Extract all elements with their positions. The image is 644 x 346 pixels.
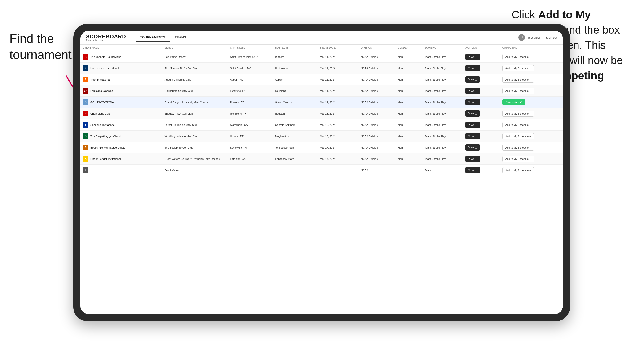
user-name: Test User — [528, 36, 540, 39]
logo-sub: Powered by clippd — [86, 39, 126, 41]
event-name-wrapper: G GCU INVITATIONAL — [83, 99, 160, 105]
city-cell: Urbana, MD — [228, 131, 273, 142]
add-to-schedule-button[interactable]: Add to My Schedule + — [502, 65, 534, 71]
view-button[interactable]: View ⓘ — [466, 54, 480, 60]
venue-cell: Forest Heights Country Club — [162, 119, 228, 131]
view-button[interactable]: View ⓘ — [466, 122, 480, 128]
add-to-schedule-button[interactable]: Add to My Schedule + — [502, 122, 534, 128]
view-button[interactable]: View ⓘ — [466, 65, 480, 71]
event-name-wrapper: H Champions Cup — [83, 111, 160, 116]
city-cell: Saint Simons Island, GA — [228, 51, 273, 63]
event-name-cell: ? — [80, 165, 162, 176]
event-name-cell: S Schenkel Invitational — [80, 119, 162, 131]
city-cell: Richmond, TX — [228, 108, 273, 119]
competing-cell: Add to My Schedule + — [500, 74, 563, 85]
add-to-schedule-button[interactable]: Add to My Schedule + — [502, 77, 534, 83]
logo-main: SCOREBOARD — [86, 34, 126, 39]
hosted-by-cell — [273, 165, 318, 176]
gender-cell: Men — [395, 108, 422, 119]
division-cell: NCAA Division I — [358, 119, 396, 131]
venue-cell: Brook Valley — [162, 165, 228, 176]
event-name-text: The Carpetbagger Classic — [90, 135, 122, 138]
event-name-wrapper: B The Carpetbagger Classic — [83, 134, 160, 139]
table-row: L Lindenwood Invitational The Missouri B… — [80, 63, 563, 74]
tab-teams[interactable]: TEAMS — [170, 33, 191, 42]
scoring-cell: Team, Stroke Play — [422, 142, 463, 153]
hosted-by-cell: Rutgers — [273, 51, 318, 63]
start-date-cell: Mar 11, 2024 — [318, 63, 358, 74]
view-button[interactable]: View ⓘ — [466, 110, 480, 117]
scoring-cell: Team, Stroke Play — [422, 51, 463, 63]
col-header-event: EVENT NAME — [80, 45, 162, 51]
team-logo: R — [83, 54, 88, 60]
team-logo: B — [83, 134, 88, 139]
add-to-schedule-button[interactable]: Add to My Schedule + — [502, 167, 534, 173]
team-logo: LA — [83, 88, 88, 94]
competing-cell: Add to My Schedule + — [500, 63, 563, 74]
event-name-wrapper: LA Louisiana Classics — [83, 88, 160, 94]
actions-cell: View ⓘ — [463, 119, 500, 131]
add-to-schedule-button[interactable]: Add to My Schedule + — [502, 88, 534, 94]
view-button[interactable]: View ⓘ — [466, 88, 480, 94]
add-to-schedule-button[interactable]: Add to My Schedule + — [502, 133, 534, 139]
team-logo: ? — [83, 168, 88, 173]
team-logo: T — [83, 77, 88, 82]
view-button[interactable]: View ⓘ — [466, 99, 480, 105]
event-name-cell: H Champions Cup — [80, 108, 162, 119]
event-name-text: GCU INVITATIONAL — [90, 101, 116, 104]
start-date-cell — [318, 165, 358, 176]
gender-cell: Men — [395, 119, 422, 131]
event-name-cell: G GCU INVITATIONAL — [80, 97, 162, 108]
table-row: R The Johnnie - O Individual Sea Palms R… — [80, 51, 563, 63]
col-header-venue: VENUE — [162, 45, 228, 51]
sign-out-link[interactable]: Sign out — [546, 36, 557, 39]
view-button[interactable]: View ⓘ — [466, 167, 480, 173]
col-header-division: DIVISION — [358, 45, 396, 51]
actions-cell: View ⓘ — [463, 74, 500, 85]
gender-cell: Men — [395, 51, 422, 63]
nav-tabs: TOURNAMENTS TEAMS — [136, 33, 191, 42]
gender-cell: Men — [395, 85, 422, 97]
city-cell: Sevierville, TN — [228, 142, 273, 153]
tablet-screen: SCOREBOARD Powered by clippd TOURNAMENTS… — [80, 31, 563, 314]
col-header-scoring: SCORING — [422, 45, 463, 51]
add-to-schedule-button[interactable]: Add to My Schedule + — [502, 156, 534, 162]
table-row: S Schenkel Invitational Forest Heights C… — [80, 119, 563, 131]
event-name-wrapper: L Lindenwood Invitational — [83, 65, 160, 71]
start-date-cell: Mar 17, 2024 — [318, 142, 358, 153]
col-header-hosted: HOSTED BY — [273, 45, 318, 51]
division-cell: NCAA — [358, 165, 396, 176]
division-cell: NCAA Division I — [358, 153, 396, 165]
actions-cell: View ⓘ — [463, 97, 500, 108]
annotation-left: Find the tournament. — [10, 31, 75, 63]
event-name-text: Bobby Nichols Intercollegiate — [90, 146, 125, 149]
event-name-cell: B Bobby Nichols Intercollegiate — [80, 142, 162, 153]
col-header-gender: GENDER — [395, 45, 422, 51]
app-header: SCOREBOARD Powered by clippd TOURNAMENTS… — [80, 31, 563, 45]
competing-cell: Competing ✓ — [500, 97, 563, 108]
city-cell: Lafayette, LA — [228, 85, 273, 97]
venue-cell: Grand Canyon University Golf Course — [162, 97, 228, 108]
actions-cell: View ⓘ — [463, 85, 500, 97]
view-button[interactable]: View ⓘ — [466, 133, 480, 139]
tab-tournaments[interactable]: TOURNAMENTS — [136, 33, 170, 42]
view-button[interactable]: View ⓘ — [466, 76, 480, 83]
add-to-schedule-button[interactable]: Add to My Schedule + — [502, 54, 534, 60]
event-name-wrapper: B Bobby Nichols Intercollegiate — [83, 145, 160, 151]
hosted-by-cell: Tennessee Tech — [273, 142, 318, 153]
venue-cell: The Missouri Bluffs Golf Club — [162, 63, 228, 74]
competing-button[interactable]: Competing ✓ — [502, 99, 526, 105]
team-logo: L — [83, 65, 88, 71]
event-name-cell: LA Louisiana Classics — [80, 85, 162, 97]
add-to-schedule-button[interactable]: Add to My Schedule + — [502, 145, 534, 151]
view-button[interactable]: View ⓘ — [466, 144, 480, 151]
add-to-schedule-button[interactable]: Add to My Schedule + — [502, 111, 534, 117]
hosted-by-cell: Kennesaw State — [273, 153, 318, 165]
gender-cell: Men — [395, 97, 422, 108]
scoring-cell: Team, — [422, 165, 463, 176]
view-button[interactable]: View ⓘ — [466, 156, 480, 162]
division-cell: NCAA Division I — [358, 108, 396, 119]
event-name-cell: T Tiger Invitational — [80, 74, 162, 85]
gender-cell: Men — [395, 74, 422, 85]
team-logo: K — [83, 156, 88, 162]
